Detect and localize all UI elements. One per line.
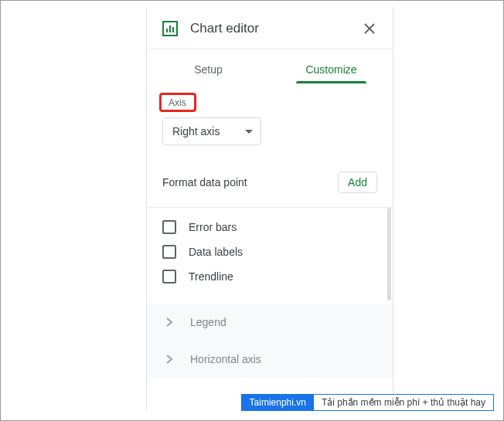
add-button[interactable]: Add (338, 171, 377, 193)
axis-select[interactable]: Right axis (162, 117, 261, 145)
format-data-point-label: Format data point (162, 176, 247, 188)
checkbox-trendline[interactable]: Trendline (162, 270, 377, 283)
accordion-label: Horizontal axis (190, 353, 261, 365)
checkbox-data-labels[interactable]: Data labels (162, 245, 377, 259)
svg-rect-3 (172, 27, 174, 32)
caret-down-icon (245, 130, 253, 134)
chart-editor-panel: Chart editor Setup Customize Axis Right … (146, 7, 393, 410)
collapsed-sections: Legend Horizontal axis (147, 304, 393, 378)
format-row: Format data point Add (162, 171, 377, 193)
svg-rect-1 (166, 29, 168, 32)
chart-icon (162, 21, 178, 36)
options-checklist: Error bars Data labels Trendline (147, 208, 393, 304)
close-button[interactable] (362, 21, 377, 36)
checkbox-icon (162, 270, 176, 283)
axis-label: Axis (162, 94, 192, 111)
axis-select-value: Right axis (172, 125, 220, 138)
scrollbar-thumb[interactable] (387, 208, 391, 300)
watermark: Taimienphi.vn Tải phần mềm miễn phí + th… (241, 394, 494, 411)
panel-title: Chart editor (190, 21, 362, 36)
panel-header: Chart editor (147, 7, 393, 49)
svg-rect-2 (169, 25, 171, 32)
watermark-site: Taimienphi.vn (242, 395, 314, 410)
close-icon (364, 23, 375, 34)
watermark-tagline: Tải phần mềm miễn phí + thủ thuật hay (314, 395, 493, 410)
checkbox-error-bars[interactable]: Error bars (162, 220, 377, 234)
accordion-label: Legend (190, 316, 226, 328)
accordion-legend[interactable]: Legend (147, 304, 393, 341)
tab-setup[interactable]: Setup (147, 63, 270, 83)
checkbox-icon (162, 220, 176, 234)
accordion-horizontal-axis[interactable]: Horizontal axis (147, 341, 393, 378)
checkbox-label: Data labels (189, 246, 243, 258)
axis-label-wrap: Axis (162, 94, 192, 111)
checkbox-label: Trendline (189, 270, 233, 283)
tab-customize[interactable]: Customize (270, 63, 393, 83)
axis-section: Axis Right axis Format data point Add (147, 83, 393, 193)
checkbox-label: Error bars (189, 221, 237, 233)
checkbox-icon (162, 245, 176, 259)
chevron-right-icon (165, 354, 173, 365)
tabs: Setup Customize (147, 49, 393, 83)
chevron-right-icon (165, 317, 173, 328)
